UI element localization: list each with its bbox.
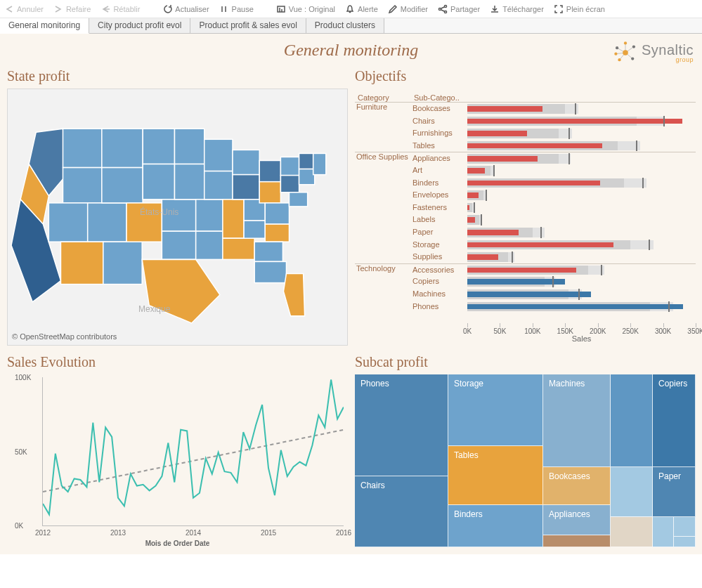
treemap-cell-paper[interactable]: Paper (653, 467, 696, 517)
arrow-left-icon (4, 4, 14, 14)
svg-rect-31 (223, 200, 244, 238)
revert-button[interactable]: Rétablir (100, 4, 140, 14)
bullet-row[interactable] (467, 177, 696, 190)
treemap-cell-tables[interactable]: Tables (448, 446, 543, 505)
state-profit-title: State profit (7, 68, 348, 84)
download-label: Télécharger (502, 5, 544, 13)
objectifs-card: Objectifs Category Sub-Catego.. Furnitur… (355, 67, 696, 346)
download-button[interactable]: Télécharger (490, 4, 544, 14)
bullet-row[interactable] (467, 275, 696, 288)
bullet-row[interactable] (467, 202, 696, 214)
treemap-cell[interactable] (611, 467, 653, 517)
svg-point-7 (618, 58, 620, 61)
bullet-row[interactable] (467, 152, 696, 164)
objectifs-category-label: Technology (355, 263, 411, 313)
bullet-row[interactable] (467, 115, 696, 128)
treemap-cell[interactable] (674, 517, 696, 537)
view-button[interactable]: Vue : Original (276, 4, 335, 14)
bullet-row[interactable] (467, 263, 696, 276)
bullet-row[interactable] (467, 140, 696, 152)
objectifs-subcategory-label: Tables (411, 140, 467, 152)
refresh-label: Actualiser (175, 5, 209, 13)
svg-rect-22 (143, 164, 174, 200)
svg-point-6 (632, 45, 635, 48)
svg-rect-24 (162, 231, 195, 259)
treemap-cell[interactable] (611, 374, 653, 467)
svg-rect-40 (265, 224, 289, 242)
objectifs-tick-label: 100K (524, 327, 540, 335)
download-icon (490, 4, 500, 14)
objectifs-chart[interactable]: Category Sub-Catego.. FurnitureOffice Su… (355, 89, 696, 346)
objectifs-subcategory-label: Supplies (411, 251, 467, 263)
bullet-row[interactable] (467, 103, 696, 115)
treemap-cell-phones[interactable]: Phones (355, 374, 448, 476)
view-icon (276, 4, 286, 14)
page-title: General monitoring (7, 41, 695, 60)
bullet-row[interactable] (467, 164, 696, 177)
bullet-row[interactable] (467, 288, 696, 301)
objectifs-subcategory-label: Chairs (411, 115, 467, 128)
svg-rect-42 (254, 261, 286, 282)
edit-label: Modifier (401, 5, 428, 13)
treemap-cell[interactable] (611, 517, 653, 547)
treemap-cell-chairs[interactable]: Chairs (355, 476, 448, 547)
tab-product-profit-sales-evol[interactable]: Product profit & sales evol (190, 18, 306, 33)
objectifs-subcategory-label: Bookcases (411, 103, 467, 115)
treemap-cell[interactable] (543, 535, 611, 547)
svg-rect-44 (280, 176, 299, 192)
objectifs-subcategory-label: Storage (411, 239, 467, 251)
bullet-row[interactable] (467, 189, 696, 202)
svg-rect-37 (259, 161, 280, 182)
treemap-cell-copiers[interactable]: Copiers (653, 374, 696, 467)
sales-xtick-label: 2012 (35, 529, 51, 537)
svg-point-5 (616, 46, 618, 49)
treemap-cell[interactable] (674, 537, 696, 547)
treemap-cell-bookcases[interactable]: Bookcases (543, 467, 611, 505)
alert-button[interactable]: Alerte (345, 4, 378, 14)
bullet-row[interactable] (467, 127, 696, 140)
objectifs-subcategory-label: Fasteners (411, 202, 467, 214)
treemap-cell-storage[interactable]: Storage (448, 374, 543, 446)
tab-general-monitoring[interactable]: General monitoring (0, 18, 89, 34)
pencil-icon (388, 4, 398, 14)
edit-button[interactable]: Modifier (388, 4, 428, 14)
redo-button[interactable]: Refaire (53, 4, 91, 14)
pause-icon (219, 4, 229, 14)
objectifs-title: Objectifs (355, 68, 696, 84)
refresh-button[interactable]: Actualiser (162, 4, 209, 14)
bullet-row[interactable] (467, 251, 696, 263)
svg-rect-30 (204, 171, 233, 200)
objectifs-subcategory-label: Paper (411, 226, 467, 239)
undo-button[interactable]: Annuler (4, 4, 44, 14)
treemap-cell-binders[interactable]: Binders (448, 505, 543, 547)
svg-rect-12 (63, 129, 101, 167)
treemap-cell-machines[interactable]: Machines (543, 374, 611, 467)
svg-rect-21 (143, 129, 174, 164)
sales-ytick-label: 100K (15, 374, 31, 381)
treemap-cell[interactable] (653, 517, 674, 547)
share-button[interactable]: Partager (438, 4, 480, 14)
revert-label: Rétablir (113, 5, 140, 13)
tab-product-clusters[interactable]: Product clusters (306, 18, 384, 33)
bullet-row[interactable] (467, 301, 696, 313)
objectifs-header-subcategory: Sub-Catego.. (411, 89, 467, 103)
svg-rect-15 (88, 203, 126, 242)
subcat-profit-treemap[interactable]: PhonesChairsStorageTablesBindersMachines… (355, 374, 696, 547)
pause-button[interactable]: Pause (219, 4, 254, 14)
objectifs-subcategory-label: Art (411, 164, 467, 177)
treemap-cell-appliances[interactable]: Appliances (543, 505, 611, 535)
svg-rect-19 (102, 168, 143, 203)
objectifs-subcategory-label: Binders (411, 177, 467, 190)
bullet-row[interactable] (467, 214, 696, 226)
pause-label: Pause (232, 5, 254, 13)
us-map[interactable]: États-Unis Mexique © OpenStreetMap contr… (7, 89, 348, 346)
svg-rect-36 (244, 221, 265, 238)
sales-line-svg (43, 377, 344, 521)
bullet-row[interactable] (467, 239, 696, 251)
sales-evolution-chart[interactable]: Sales 0K50K100K 20122013201420152016 Moi… (7, 374, 348, 547)
fullscreen-button[interactable]: Plein écran (554, 4, 605, 14)
svg-rect-28 (196, 231, 223, 259)
objectifs-tick-label: 50K (494, 327, 507, 335)
bullet-row[interactable] (467, 226, 696, 239)
tab-city-product-profit-evol[interactable]: City product profit evol (89, 18, 190, 33)
